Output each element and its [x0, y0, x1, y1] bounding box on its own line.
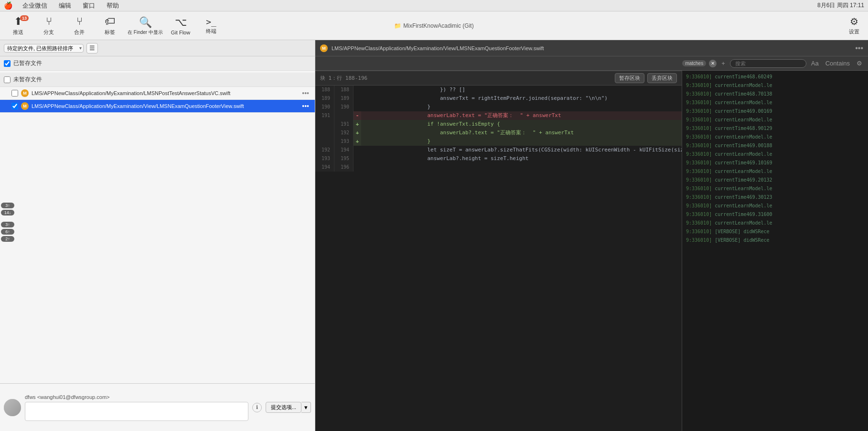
commit-info-icon[interactable]: ℹ	[252, 403, 262, 412]
unstaged-title: 未暂存文件	[13, 75, 42, 84]
badge-5: 2↑	[1, 236, 14, 242]
badge-1: 3↑	[1, 203, 14, 208]
push-button[interactable]: ⬆ 13 推送	[4, 13, 32, 38]
log-panel: 9:336010] currentTime468.60249 9:336010]…	[682, 71, 868, 431]
diff-content: 块 1：行 188-196 暂存区块 丢弃区块 188 188 })	[315, 71, 682, 431]
diff-search-input[interactable]	[730, 59, 806, 68]
diff-toolbar: matches ✕ + Aa Contains ⚙	[315, 56, 868, 71]
file2-menu[interactable]: •••	[300, 102, 311, 110]
save-block-button[interactable]: 暂存区块	[615, 73, 644, 83]
log-line-15: 9:336010] currentTime469.30123	[682, 193, 868, 202]
unstaged-checkbox[interactable]	[4, 76, 11, 83]
filter-bar: 待定的文件, 已依照路径排序 ☰	[0, 40, 315, 56]
unstaged-section-header[interactable]: 未暂存文件	[0, 73, 315, 87]
staged-title: 已暂存文件	[13, 59, 42, 67]
badge-3: 3↑	[1, 222, 14, 227]
terminal-label: 终端	[206, 28, 216, 35]
diff-line-3: 190 190 }	[315, 103, 682, 111]
filter-select-wrapper: 待定的文件, 已依照路径排序	[4, 44, 84, 53]
menu-help[interactable]: 帮助	[105, 1, 121, 10]
diff-file-icon: M	[320, 44, 328, 52]
diff-line-2: 189 189 answerTxt = rightItemPreArr.join…	[315, 94, 682, 103]
add-search-button[interactable]: +	[719, 59, 727, 68]
log-line-10: 9:336010] currentLearnModel.le	[682, 150, 868, 159]
commit-area: dfws <wanghui01@dfwsgroup.com> ℹ 提交选项...…	[0, 383, 315, 431]
branch-badges: 3↑ 14↓ 3↑ 6↑ 2↑	[1, 203, 14, 242]
tag-button[interactable]: 🏷 标签	[96, 13, 124, 38]
toolbar: ⬆ 13 推送 ⑂ 分支 ⑂ 合并 🏷 标签 🔍 在 Finder 中显示 ⌥ …	[0, 11, 868, 40]
diff-line-1: 188 188 }) ?? []	[315, 86, 682, 94]
gitflow-button[interactable]: ⌥ Git Flow	[166, 13, 195, 38]
finder-icon: 🔍	[139, 16, 152, 29]
log-line-20: 9:336010] [VERBOSE] didWSRece	[682, 236, 868, 245]
left-panel: 待定的文件, 已依照路径排序 ☰ 已暂存文件 未暂存文件 M LMS/APPNe…	[0, 40, 315, 431]
menu-edit[interactable]: 编辑	[57, 1, 73, 10]
diff-line-8: 192 194 let sizeT = answerLab?.sizeThatF…	[315, 146, 682, 154]
log-line-18: 9:336010] currentLearnModel.le	[682, 219, 868, 227]
avatar-image	[4, 399, 21, 416]
commit-form: dfws <wanghui01@dfwsgroup.com>	[25, 394, 248, 421]
discard-block-button[interactable]: 丢弃区块	[647, 73, 677, 83]
menubar-right: 8月6日 周四 17:11	[817, 1, 864, 10]
file2-checkbox[interactable]	[11, 103, 18, 109]
terminal-icon: >_	[206, 17, 216, 27]
file2-path: LMS/APPNewClass/Application/MyExaminatio…	[32, 103, 297, 109]
commit-message-input[interactable]	[25, 402, 248, 421]
settings-button[interactable]: ⚙ 设置	[844, 16, 864, 36]
window-title: 📁 MixFirstKnowAcadimic (Git)	[394, 22, 473, 29]
close-search-button[interactable]: ✕	[709, 60, 717, 67]
diff-line-4: 191 - answerLab?.text = "正确答案： " + answe…	[315, 111, 682, 120]
log-line-17: 9:336010] currentTime469.31600	[682, 210, 868, 219]
diff-file-path: LMS/APPNewClass/Application/MyExaminatio…	[332, 45, 851, 51]
terminal-button[interactable]: >_ 终端	[197, 13, 225, 38]
log-line-5: 9:336010] currentTime469.00169	[682, 107, 868, 116]
matches-badge: matches	[682, 60, 706, 66]
commit-avatar	[4, 399, 21, 416]
badge-2: 14↓	[1, 210, 14, 216]
commit-submit-dropdown[interactable]: ▾	[301, 402, 311, 413]
file1-checkbox[interactable]	[11, 90, 18, 97]
file-item-1[interactable]: M LMS/APPNewClass/Application/MyExaminat…	[0, 87, 315, 100]
commit-submit-button[interactable]: 提交选项...	[266, 402, 301, 413]
menu-window[interactable]: 窗口	[81, 1, 97, 10]
push-label: 推送	[13, 29, 23, 36]
folder-icon: 📁	[394, 22, 401, 29]
main-area: 待定的文件, 已依照路径排序 ☰ 已暂存文件 未暂存文件 M LMS/APPNe…	[0, 40, 868, 431]
file2-icon: M	[21, 102, 29, 110]
diff-header: M LMS/APPNewClass/Application/MyExaminat…	[315, 40, 868, 56]
commit-submit-group: 提交选项... ▾	[266, 402, 311, 413]
file-list: 已暂存文件 未暂存文件 M LMS/APPNewClass/Applicatio…	[0, 56, 315, 383]
commit-author: dfws <wanghui01@dfwsgroup.com>	[25, 394, 248, 400]
contains-button[interactable]: Contains	[824, 59, 852, 68]
diff-menu-button[interactable]: •••	[855, 44, 863, 53]
menu-time: 8月6日 周四 17:11	[817, 1, 864, 10]
case-sensitive-button[interactable]: Aa	[809, 59, 821, 68]
commit-actions: ℹ 提交选项... ▾	[252, 402, 311, 413]
filter-select[interactable]: 待定的文件, 已依照路径排序	[4, 44, 84, 53]
staged-checkbox[interactable]	[4, 60, 11, 67]
apple-menu[interactable]: 🍎	[4, 1, 13, 10]
diff-line-6: 192 + answerLab?.text = "正确答案： " + answe…	[315, 129, 682, 137]
menu-enterprise-wechat[interactable]: 企业微信	[21, 1, 49, 10]
diff-line-5: 191 + if !answerTxt.isEmpty {	[315, 120, 682, 129]
file1-menu[interactable]: •••	[300, 89, 311, 97]
branch-label: 分支	[43, 29, 54, 36]
branch-button[interactable]: ⑂ 分支	[34, 13, 63, 38]
diff-line-9: 193 195 answerLab?.height = sizeT.height	[315, 154, 682, 163]
list-view-button[interactable]: ☰	[86, 43, 98, 54]
merge-button[interactable]: ⑂ 合并	[65, 13, 94, 38]
log-line-7: 9:336010] currentTime468.90129	[682, 124, 868, 133]
staged-section-header[interactable]: 已暂存文件	[0, 56, 315, 71]
diff-line-10: 194 196	[315, 163, 682, 172]
finder-button[interactable]: 🔍 在 Finder 中显示	[126, 13, 164, 38]
hunk-actions: 暂存区块 丢弃区块	[615, 73, 677, 83]
file-item-2[interactable]: M LMS/APPNewClass/Application/MyExaminat…	[0, 100, 315, 113]
tag-label: 标签	[105, 29, 115, 36]
log-line-4: 9:336010] currentLearnModel.le	[682, 98, 868, 107]
merge-label: 合并	[74, 29, 85, 36]
diff-line-7: 193 + }	[315, 137, 682, 146]
log-line-3: 9:336010] currentTime468.70138	[682, 90, 868, 98]
tag-icon: 🏷	[105, 15, 115, 28]
search-settings-button[interactable]: ⚙	[855, 59, 864, 68]
log-line-11: 9:336010] currentTime469.10169	[682, 159, 868, 167]
